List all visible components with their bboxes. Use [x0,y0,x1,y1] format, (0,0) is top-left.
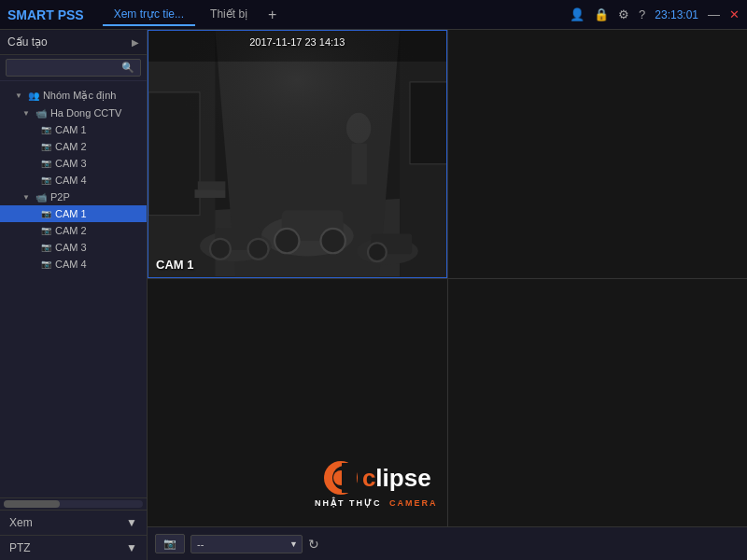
app-logo: SMART PSS [7,7,84,22]
svg-rect-24 [448,30,748,278]
title-bar: SMART PSS Xem trực tie... Thiết bị + 👤 🔒… [0,0,747,30]
hadong-cam1-label: CAM 1 [55,124,87,135]
group-icon: 👥 [28,91,39,101]
sidebar: Cấu tạo ▶ 🔍 ▼ 👥 Nhóm Mặc định ▼ 📹 Ha Do [0,30,148,560]
close-icon[interactable]: ✕ [729,7,740,21]
tree-node-p2p-cam3[interactable]: 📷 CAM 3 [0,239,147,256]
tree-node-p2p-cam2[interactable]: 📷 CAM 2 [0,222,147,239]
p2p-icon: 📹 [35,192,47,203]
p2p-cam-icon-1: 📷 [41,209,51,218]
tree-node-hadong-cam1[interactable]: 📷 CAM 1 [0,121,147,138]
tree-node-p2p-cam1[interactable]: 📷 CAM 1 [0,205,147,222]
cam2-empty [448,30,748,278]
cam1-label: CAM 1 [156,258,193,272]
tab-device[interactable]: Thiết bị [199,4,259,26]
cam-icon-1: 📷 [41,125,51,134]
bottom-toolbar: 📷 -- ▼ ↻ [148,526,747,560]
logo-c: c [362,464,375,492]
logo-c-graphic [321,458,360,497]
logo-smart: SMART [7,7,54,22]
p2p-cam-icon-4: 📷 [41,259,51,269]
ha-dong-label: Ha Dong CCTV [50,107,121,119]
camera-grid: 2017-11-17 23 14:13 CAM 1 [148,30,747,526]
logo-svg [321,458,360,497]
cam-icon-3: 📷 [41,159,51,168]
p2p-cam-icon-2: 📷 [41,226,51,235]
main-content: 2017-11-17 23 14:13 CAM 1 [148,30,747,560]
tree-node-hadong-cam4[interactable]: 📷 CAM 4 [0,172,147,189]
camera-cell-2[interactable] [448,30,748,278]
minimize-icon[interactable]: — [708,7,720,21]
p2p-cam-icon-3: 📷 [41,243,51,252]
sidebar-section-xem[interactable]: Xem ▼ [0,510,147,535]
logo-lipse: lipse [375,464,430,492]
logo-pss: PSS [58,7,84,22]
tree-node-ha-dong[interactable]: ▼ 📹 Ha Dong CCTV [0,105,147,121]
p2p-arrow: ▼ [22,193,30,202]
recorder-icon: 📹 [35,108,47,119]
add-tab-button[interactable]: + [262,7,282,23]
camera-cell-3[interactable]: clipse NHẬT THỰC CAMERA [148,279,447,527]
logo-text: clipse [362,464,431,493]
scrollbar[interactable] [4,500,143,508]
svg-rect-29 [342,463,357,493]
logo-subtext: NHẬT THỰC CAMERA [315,498,438,508]
sidebar-header: Cấu tạo ▶ [0,30,147,55]
collapse-arrow: ▼ [15,91,22,100]
ptz-label: PTZ [9,541,31,554]
snapshot-button[interactable]: 📷 [155,534,185,553]
p2p-cam4-label: CAM 4 [55,259,87,270]
tabs-area: Xem trực tie... Thiết bị + [103,4,570,26]
cam1-feed [148,31,446,277]
p2p-cam2-label: CAM 2 [55,225,87,236]
xem-arrow: ▼ [126,516,137,529]
search-bar: 🔍 [0,55,147,81]
tree-group-default: ▼ 👥 Nhóm Mặc định ▼ 📹 Ha Dong CCTV 📷 CAM… [0,85,147,274]
dropdown-value: -- [197,539,204,550]
help-icon[interactable]: ? [639,7,645,21]
logo-subtext2: CAMERA [389,498,438,508]
main-layout: Cấu tạo ▶ 🔍 ▼ 👥 Nhóm Mặc định ▼ 📹 Ha Do [0,30,747,560]
lock-icon[interactable]: 🔒 [594,7,609,21]
p2p-label: P2P [50,191,70,203]
cam1-timestamp: 2017-11-17 23 14:13 [249,36,345,48]
dropdown-arrow: ▼ [289,539,298,549]
hadong-cam4-label: CAM 4 [55,175,87,186]
sidebar-bottom: Xem ▼ PTZ ▼ [0,497,147,560]
camera-cell-1[interactable]: 2017-11-17 23 14:13 CAM 1 [148,30,447,278]
tree-node-nhom-mac-dinh[interactable]: ▼ 👥 Nhóm Mặc định [0,87,147,105]
tree-node-p2p[interactable]: ▼ 📹 P2P [0,189,147,205]
tab-live-view[interactable]: Xem trực tie... [103,4,195,26]
p2p-cam1-label: CAM 1 [55,208,87,219]
xem-label: Xem [9,516,33,529]
ha-dong-arrow: ▼ [22,109,30,118]
camera-cell-4[interactable] [448,279,748,527]
logo-subtext1: NHẬT THỰC [315,498,382,508]
p2p-cam3-label: CAM 3 [55,242,87,253]
svg-rect-23 [148,31,446,277]
search-input[interactable]: 🔍 [6,59,141,77]
ptz-arrow: ▼ [126,541,137,554]
scrollbar-thumb[interactable] [4,500,60,508]
sidebar-section-ptz[interactable]: PTZ ▼ [0,535,147,560]
cam4-empty [448,279,748,527]
refresh-button[interactable]: ↻ [308,537,319,552]
hadong-cam3-label: CAM 3 [55,158,87,169]
user-icon[interactable]: 👤 [570,7,585,21]
clock-display: 23:13:01 [655,8,698,21]
device-tree: ▼ 👥 Nhóm Mặc định ▼ 📹 Ha Dong CCTV 📷 CAM… [0,81,147,497]
nhom-mac-dinh-label: Nhóm Mặc định [43,90,116,102]
hadong-cam2-label: CAM 2 [55,141,87,152]
cam-icon-2: 📷 [41,142,51,151]
brand-logo-overlay: clipse NHẬT THỰC CAMERA [315,458,438,508]
sidebar-toggle-arrow[interactable]: ▶ [132,37,139,48]
sidebar-title: Cấu tạo [7,35,48,49]
settings-icon[interactable]: ⚙ [618,7,629,21]
stream-dropdown[interactable]: -- ▼ [190,535,303,553]
search-icon: 🔍 [121,62,134,74]
logo-container: clipse [321,458,431,497]
tree-node-hadong-cam3[interactable]: 📷 CAM 3 [0,155,147,172]
cam-icon-4: 📷 [41,175,51,185]
tree-node-hadong-cam2[interactable]: 📷 CAM 2 [0,138,147,155]
tree-node-p2p-cam4[interactable]: 📷 CAM 4 [0,256,147,273]
